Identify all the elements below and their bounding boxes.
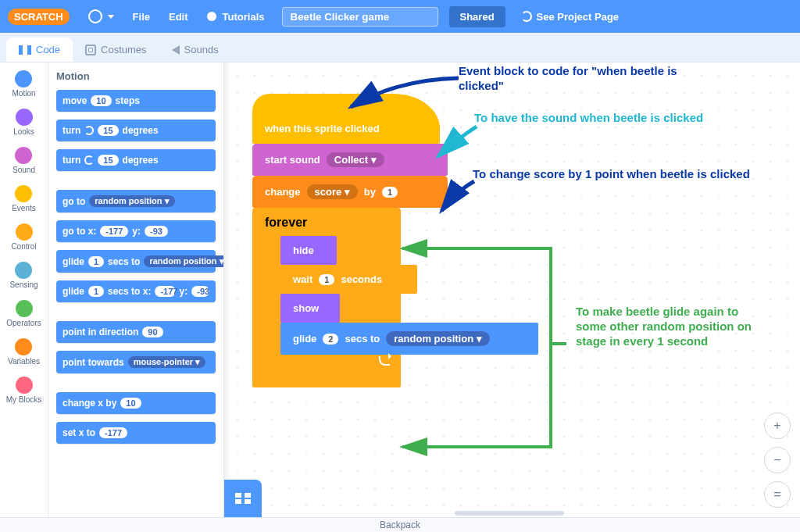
category-control[interactable]: Control — [11, 223, 36, 251]
annotation-event: Event block to code for "when beetle is … — [459, 64, 724, 94]
annotation-sound: To have the sound when beetle is clicked — [474, 111, 732, 126]
category-sensing[interactable]: Sensing — [9, 262, 38, 289]
block-start-sound[interactable]: start soundCollect ▾ — [252, 144, 448, 176]
annotation-score: To change score by 1 point when beetle i… — [473, 167, 770, 182]
tab-sounds-label: Sounds — [184, 44, 219, 55]
add-extension-button[interactable] — [224, 480, 262, 517]
language-menu[interactable] — [79, 9, 123, 23]
scratch-logo[interactable]: SCRATCH — [8, 9, 70, 25]
forever-label: forever — [252, 216, 401, 236]
tab-costumes[interactable]: Costumes — [73, 37, 159, 62]
category-operators[interactable]: Operators — [6, 300, 41, 327]
category-variables[interactable]: Variables — [8, 338, 40, 366]
zoom-in-button[interactable]: + — [764, 412, 791, 439]
operators-dot-icon — [16, 300, 33, 317]
block-hide[interactable]: hide — [280, 236, 337, 265]
control-dot-icon — [16, 223, 33, 241]
see-project-page-button[interactable]: See Project Page — [510, 6, 630, 27]
glide-secs-input[interactable]: 2 — [323, 334, 338, 345]
category-label: Variables — [8, 357, 40, 366]
category-label: Control — [11, 242, 36, 251]
edit-menu[interactable]: Edit — [159, 11, 198, 23]
category-label: Motion — [12, 89, 35, 98]
palette-shadow — [224, 62, 231, 517]
block-palette: Motion move10steps turn15degrees turn15d… — [48, 62, 224, 517]
sound-dot-icon — [15, 147, 32, 164]
extension-icon — [235, 493, 251, 504]
block-go-to-xy[interactable]: go to x:-177y:-93 — [56, 220, 216, 242]
lightbulb-icon — [207, 12, 216, 21]
turn-cw-icon — [84, 126, 94, 135]
block-change-variable[interactable]: changescore ▾by1 — [252, 176, 448, 208]
tutorials-menu[interactable]: Tutorials — [198, 11, 274, 23]
turn-ccw-icon — [84, 155, 94, 165]
palette-header: Motion — [56, 70, 216, 82]
arrow-event — [341, 72, 474, 119]
block-turn-cw[interactable]: turn15degrees — [56, 120, 216, 141]
backpack-bar[interactable]: Backpack — [0, 517, 800, 532]
zoom-reset-button[interactable]: = — [764, 481, 791, 508]
editor-main: Motion Looks Sound Events Control Sensin… — [0, 62, 800, 517]
wait-value-input[interactable]: 1 — [319, 274, 334, 285]
block-change-x-by[interactable]: change x by10 — [56, 392, 216, 414]
shared-button[interactable]: Shared — [449, 6, 505, 27]
costumes-icon — [85, 45, 96, 55]
chevron-down-icon — [108, 15, 114, 19]
plus-icon: + — [773, 419, 780, 433]
category-sound[interactable]: Sound — [12, 147, 35, 174]
editor-tabs: Code Costumes Sounds — [0, 33, 800, 62]
block-glide-to-xy[interactable]: glide1secs to x:-177y:-93 — [56, 280, 216, 302]
arrow-glide-bracket — [379, 242, 582, 461]
globe-icon — [88, 9, 102, 23]
sound-dropdown[interactable]: Collect ▾ — [327, 152, 384, 167]
tab-code-label: Code — [36, 44, 60, 55]
arrow-sound — [434, 125, 488, 164]
category-motion[interactable]: Motion — [12, 70, 35, 98]
annotation-glide: To make beetle glide again to some other… — [576, 305, 763, 348]
file-menu[interactable]: File — [123, 11, 159, 23]
category-looks[interactable]: Looks — [13, 109, 34, 136]
project-title-input[interactable] — [282, 7, 438, 27]
tab-costumes-label: Costumes — [101, 44, 147, 55]
see-project-label: See Project Page — [537, 11, 620, 23]
events-dot-icon — [15, 185, 32, 202]
sensing-dot-icon — [15, 262, 32, 279]
horizontal-scrollbar[interactable] — [455, 511, 564, 516]
looks-dot-icon — [16, 109, 33, 126]
change-value-input[interactable]: 1 — [382, 187, 398, 198]
menu-bar: SCRATCH File Edit Tutorials Shared See P… — [0, 0, 800, 33]
myblocks-dot-icon — [16, 377, 33, 394]
category-label: Looks — [13, 127, 34, 136]
refresh-icon — [521, 11, 532, 22]
tab-sounds[interactable]: Sounds — [159, 37, 231, 62]
category-myblocks[interactable]: My Blocks — [6, 377, 42, 404]
category-rail: Motion Looks Sound Events Control Sensin… — [0, 62, 48, 517]
block-go-to[interactable]: go torandom position ▾ — [56, 190, 216, 212]
motion-dot-icon — [15, 70, 32, 87]
category-events[interactable]: Events — [12, 185, 36, 212]
category-label: Sound — [12, 166, 35, 174]
equals-icon: = — [773, 487, 780, 502]
variables-dot-icon — [15, 338, 32, 355]
zoom-out-button[interactable]: − — [764, 447, 791, 473]
minus-icon: − — [773, 453, 780, 467]
sounds-icon — [172, 45, 180, 55]
block-show[interactable]: show — [280, 294, 340, 323]
block-point-direction[interactable]: point in direction90 — [56, 321, 216, 343]
category-label: Sensing — [9, 280, 38, 289]
zoom-controls: + − = — [764, 412, 791, 508]
block-point-towards[interactable]: point towardsmouse-pointer ▾ — [56, 351, 216, 373]
block-turn-ccw[interactable]: turn15degrees — [56, 149, 216, 171]
code-icon — [19, 45, 31, 55]
tutorials-label: Tutorials — [223, 11, 265, 23]
tab-code[interactable]: Code — [6, 37, 73, 62]
category-label: Events — [12, 204, 36, 212]
category-label: Operators — [6, 319, 41, 327]
variable-dropdown[interactable]: score ▾ — [307, 184, 358, 199]
arrow-score — [437, 180, 484, 219]
category-label: My Blocks — [6, 395, 42, 404]
block-set-x-to[interactable]: set x to-177 — [56, 422, 216, 444]
code-workspace[interactable]: when this sprite clicked start soundColl… — [224, 62, 800, 517]
block-move-steps[interactable]: move10steps — [56, 90, 216, 112]
block-glide-to[interactable]: glide1secs torandom position ▾ — [56, 250, 216, 273]
